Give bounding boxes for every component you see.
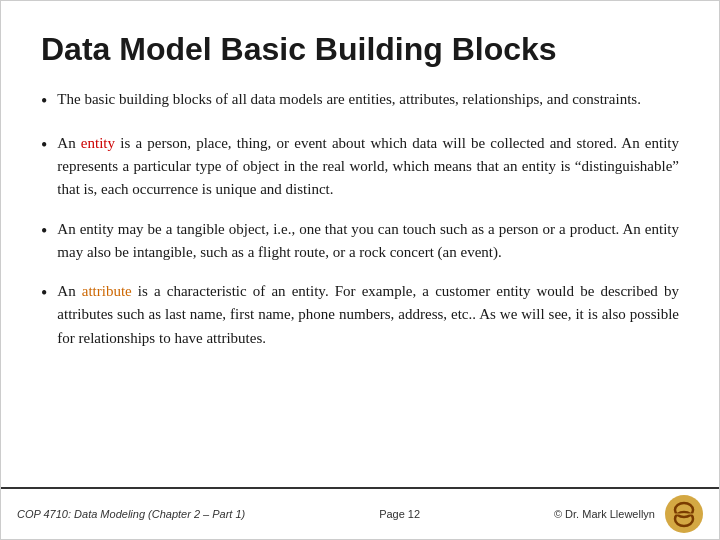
bullet-marker: • xyxy=(41,280,47,308)
list-item: • An entity may be a tangible object, i.… xyxy=(41,218,679,265)
bullet-marker: • xyxy=(41,132,47,160)
slide: Data Model Basic Building Blocks • The b… xyxy=(0,0,720,540)
bullet-text: The basic building blocks of all data mo… xyxy=(57,88,679,111)
list-item: • An attribute is a characteristic of an… xyxy=(41,280,679,350)
entity-highlight: entity xyxy=(81,135,115,151)
slide-title: Data Model Basic Building Blocks xyxy=(41,31,679,68)
bullet-text: An attribute is a characteristic of an e… xyxy=(57,280,679,350)
footer-logo xyxy=(665,495,703,533)
footer-course: COP 4710: Data Modeling (Chapter 2 – Par… xyxy=(17,508,245,520)
bullet-marker: • xyxy=(41,218,47,246)
list-item: • An entity is a person, place, thing, o… xyxy=(41,132,679,202)
slide-footer: COP 4710: Data Modeling (Chapter 2 – Par… xyxy=(1,487,719,539)
bullet-marker: • xyxy=(41,88,47,116)
footer-page: Page 12 xyxy=(379,508,420,520)
list-item: • The basic building blocks of all data … xyxy=(41,88,679,116)
footer-right-group: © Dr. Mark Llewellyn xyxy=(554,495,703,533)
slide-content: Data Model Basic Building Blocks • The b… xyxy=(1,1,719,487)
bullet-text: An entity is a person, place, thing, or … xyxy=(57,132,679,202)
bullet-text: An entity may be a tangible object, i.e.… xyxy=(57,218,679,265)
footer-copyright: © Dr. Mark Llewellyn xyxy=(554,508,655,520)
attribute-highlight: attribute xyxy=(82,283,132,299)
bullet-list: • The basic building blocks of all data … xyxy=(41,88,679,350)
